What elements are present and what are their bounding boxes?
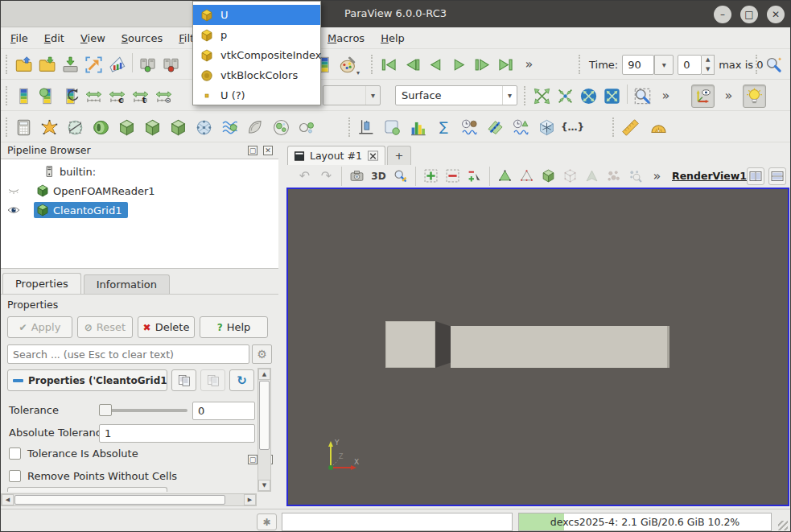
delete-button[interactable]: ✖Delete	[138, 316, 195, 338]
representation-combo[interactable]: Surface ▾	[395, 85, 517, 105]
float-dock-icon[interactable]: ▢	[248, 146, 257, 155]
zoom-closest-to-data-button[interactable]	[600, 85, 624, 108]
frame-spin-down[interactable]: ▼	[702, 64, 714, 74]
tab-layout-1[interactable]: Layout #1	[287, 146, 385, 165]
search-input[interactable]	[7, 344, 249, 364]
toggle-selection-button[interactable]	[464, 166, 484, 186]
visibility-on-icon[interactable]	[5, 204, 23, 217]
tolerance-input[interactable]	[192, 402, 255, 420]
tab-information[interactable]: Information	[84, 274, 170, 294]
toolbar-handle[interactable]	[348, 118, 350, 137]
next-frame-button[interactable]	[471, 53, 494, 76]
camera-overflow-button[interactable]: »	[654, 85, 678, 108]
add-selection-button[interactable]	[421, 166, 441, 186]
probe-location-button[interactable]	[355, 116, 378, 139]
time-dropdown-button[interactable]: ▾	[654, 55, 674, 75]
scroll-down-arrow[interactable]: ▼	[258, 480, 270, 491]
scroll-right-arrow[interactable]: ▶	[244, 494, 256, 505]
color-by-combo[interactable]: ▾	[323, 85, 381, 105]
tolerance-slider[interactable]	[101, 409, 187, 412]
dropdown-item-u[interactable]: U (?)	[193, 85, 320, 105]
scrollbar-thumb[interactable]	[14, 495, 225, 505]
view-toolbar-overflow-button[interactable]: »	[647, 166, 667, 186]
adjust-camera-button[interactable]	[390, 166, 410, 186]
stream-tracer-filter-button[interactable]	[192, 116, 216, 139]
calculator-filter-button[interactable]	[12, 116, 35, 139]
maximize-button[interactable]: □	[740, 6, 758, 23]
save-data-button[interactable]	[59, 53, 82, 76]
rescale-to-custom-range-button[interactable]: c	[105, 85, 129, 108]
select-cells-through-button[interactable]	[538, 166, 558, 186]
help-button[interactable]: ?Help	[200, 316, 268, 338]
choose-preset-button[interactable]	[35, 85, 59, 108]
reset-camera-closest-button[interactable]	[577, 85, 600, 108]
toolbar-handle[interactable]	[371, 55, 373, 74]
output-messages-button[interactable]: ✱	[257, 513, 277, 530]
disconnect-server-button[interactable]	[159, 53, 183, 76]
save-file-button[interactable]	[35, 53, 59, 76]
time-overflow-button[interactable]: »	[785, 53, 791, 76]
toolbar-handle[interactable]	[612, 118, 614, 137]
close-button[interactable]: ✕	[767, 6, 785, 23]
menu-file[interactable]: File	[2, 30, 36, 47]
threshold-filter-button[interactable]	[115, 116, 138, 139]
close-dock-icon[interactable]: ✕	[263, 146, 273, 155]
play-backward-button[interactable]	[424, 53, 447, 76]
absolute-tolerance-input[interactable]	[99, 424, 255, 443]
select-points-on-button[interactable]	[517, 166, 537, 186]
reset-camera-button[interactable]	[530, 85, 554, 108]
slice-filter-button[interactable]	[89, 116, 113, 139]
first-frame-button[interactable]	[377, 53, 401, 76]
open-file-button[interactable]	[12, 53, 35, 76]
plot-selection-over-time-button[interactable]	[509, 116, 533, 139]
tab-properties[interactable]: Properties	[2, 273, 81, 294]
previous-frame-button[interactable]	[401, 53, 424, 76]
ruler-button[interactable]	[619, 116, 642, 139]
connectivity-filter-button[interactable]	[295, 116, 319, 139]
zoom-to-data-time-button[interactable]	[762, 53, 785, 76]
warp-vector-filter-button[interactable]	[218, 116, 241, 139]
rescale-temporal-range-button[interactable]: t	[129, 85, 152, 108]
rescale-to-data-range-button[interactable]	[82, 85, 105, 108]
frame-value-input[interactable]	[678, 55, 702, 75]
protractor-button[interactable]	[647, 116, 670, 139]
scrollbar-thumb[interactable]	[259, 381, 270, 450]
zoom-to-box-button[interactable]	[631, 85, 654, 108]
frame-spin-up[interactable]: ▲	[702, 56, 714, 65]
reset-defaults-button[interactable]: ↻	[229, 369, 254, 391]
interaction-mode-button[interactable]: 3D	[369, 166, 389, 186]
connect-server-button[interactable]	[136, 53, 159, 76]
visibility-off-icon[interactable]	[5, 184, 23, 197]
menu-view[interactable]: View	[72, 30, 113, 47]
resize-grip[interactable]	[778, 521, 788, 530]
zoom-to-data-button[interactable]	[554, 85, 577, 108]
group-datasets-filter-button[interactable]	[244, 116, 267, 139]
rescale-visible-range-button[interactable]	[152, 85, 175, 108]
subtract-selection-button[interactable]	[443, 166, 463, 186]
histogram-button[interactable]	[406, 116, 430, 139]
menu-sources[interactable]: Sources	[113, 30, 171, 47]
axes-overflow-button[interactable]: »	[717, 85, 740, 108]
dropdown-item-vtkcompositeindex[interactable]: vtkCompositeIndex	[193, 45, 320, 65]
menu-edit[interactable]: Edit	[36, 30, 72, 47]
extract-subset-filter-button[interactable]	[141, 116, 164, 139]
menu-help[interactable]: Help	[373, 30, 413, 47]
show-orientation-axes-button[interactable]	[691, 85, 715, 108]
play-button[interactable]	[447, 53, 471, 76]
dropdown-item-p[interactable]: p	[193, 25, 320, 45]
clip-filter-button[interactable]	[64, 116, 87, 139]
split-horizontal-button[interactable]	[747, 167, 764, 185]
extract-selection-button[interactable]	[381, 116, 404, 139]
vcr-overflow-button[interactable]: »	[517, 53, 541, 76]
pipeline-item-openfoamreader1[interactable]: OpenFOAMReader1	[1, 181, 278, 200]
reset-color-range-button[interactable]	[59, 85, 82, 108]
pipeline-item-cleantogrid1[interactable]: CleantoGrid1	[1, 200, 278, 220]
add-layout-tab[interactable]: +	[387, 146, 411, 165]
toolbar-handle[interactable]	[6, 86, 7, 105]
plot-data-over-time-button[interactable]	[458, 116, 481, 139]
plot-over-line-button[interactable]	[484, 116, 507, 139]
glyph-filter-button[interactable]	[167, 116, 190, 139]
color-legend-button[interactable]	[105, 53, 129, 76]
gear-icon[interactable]: ⚙	[252, 344, 272, 364]
color-palette-button[interactable]: ▾	[336, 53, 360, 76]
